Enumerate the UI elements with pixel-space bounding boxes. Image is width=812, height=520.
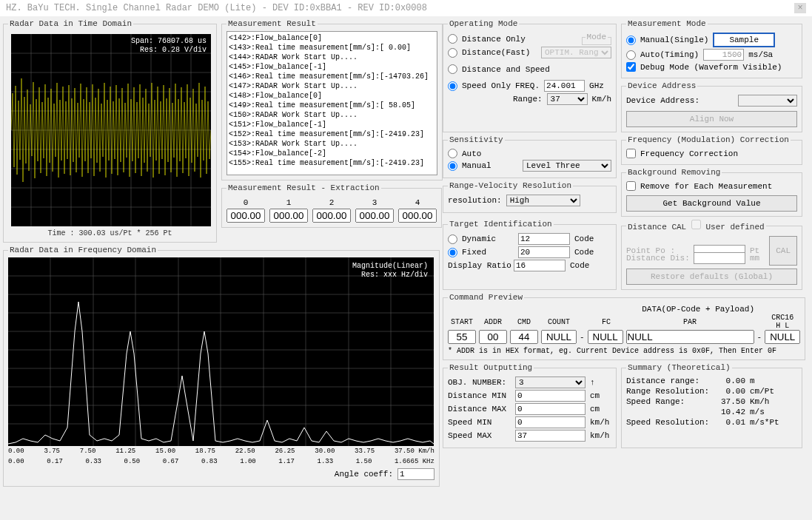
dist-speed-radio[interactable] (448, 64, 457, 74)
dynamic-label: Dynamic (462, 234, 514, 243)
ext-val-3[interactable] (355, 209, 394, 223)
cmd-fc[interactable] (588, 330, 623, 344)
ratio-input[interactable] (514, 260, 566, 271)
resolution-select[interactable]: High (506, 195, 580, 206)
window-title: HZ. BaYu TECH. Single Channel Radar DEMO… (6, 3, 427, 13)
get-bg-button[interactable]: Get Background Value (626, 195, 797, 212)
time-domain-plot: Span: 76807.68 us Res: 0.28 V/div (11, 34, 211, 226)
time-footer: Time : 300.03 us/Pt * 256 Pt (8, 229, 212, 237)
range-select[interactable]: 37 (547, 93, 588, 105)
freq-mag-label: Magnitude(Linear) (352, 262, 428, 270)
bg-rem-title: Background Removing (626, 168, 722, 177)
dist-fast-radio[interactable] (448, 48, 457, 58)
dev-addr-select[interactable] (738, 95, 797, 107)
h-count: COUNT (541, 318, 577, 326)
dmax-input[interactable] (515, 403, 585, 415)
dynamic-input[interactable] (518, 233, 570, 245)
rv-res-title: Range-Velocity Resolution (448, 181, 573, 190)
cmpt-unit: cm/Pt (750, 387, 774, 396)
cmd-cmd[interactable] (510, 330, 538, 344)
dmax-label: Distance MAX (448, 405, 511, 413)
freq-label: FREQ. (515, 81, 540, 90)
kmh-1: km/h (590, 418, 609, 427)
angle-coeff-label: Angle coeff: (335, 470, 393, 479)
obj-num-label: OBJ. NUMBER: (448, 378, 511, 387)
time-span-label: Span: 76807.68 us (131, 37, 207, 45)
extraction-title: Measurement Result - Extraction (227, 183, 381, 192)
angle-coeff-input[interactable] (397, 468, 434, 480)
mspt-unit: m/s*Pt (750, 418, 779, 427)
op-mode-title: Operating Mode (448, 19, 519, 28)
freq-unit: GHz (589, 81, 604, 90)
speed-only-label: Speed Only (462, 81, 511, 90)
rres-val: 0.00 (716, 387, 745, 396)
fixed-label: Fixed (462, 248, 514, 257)
sens-level-select[interactable]: Level Three (523, 160, 611, 172)
kmh-unit: Km/h (750, 397, 769, 406)
srange-label: Speed Range: (626, 397, 711, 406)
cmd-par[interactable] (626, 330, 754, 344)
cmd-crc[interactable] (765, 330, 800, 344)
smax-input[interactable] (515, 430, 585, 442)
bg-rem-checkbox[interactable] (626, 181, 636, 191)
cmd-addr[interactable] (479, 330, 507, 344)
smax-label: Speed MAX (448, 431, 511, 440)
dist-dis-input (694, 252, 745, 264)
up-arrow-icon[interactable]: ↑ (590, 378, 595, 387)
cmd-start[interactable] (448, 330, 476, 344)
code-label-2: Code (574, 248, 594, 257)
ext-hdr-4: 4 (415, 198, 420, 207)
sample-button[interactable]: Sample (713, 33, 775, 47)
time-res-label: Res: 0.28 V/div (140, 46, 207, 54)
restore-button: Restore defaults (Global) (626, 269, 797, 285)
bg-rem-label: Remove for Each Measurement (640, 182, 772, 191)
dynamic-radio[interactable] (448, 234, 457, 244)
freq-corr-checkbox[interactable] (626, 149, 636, 158)
close-button[interactable]: × (794, 3, 806, 13)
srange-val: 37.50 (716, 397, 745, 406)
freq-input[interactable] (544, 80, 585, 92)
cmd-count[interactable] (541, 330, 577, 344)
ms-val: 10.42 (716, 408, 745, 416)
sres-label: Speed Resolution: (626, 418, 711, 427)
code-label-1: Code (574, 234, 594, 243)
debug-checkbox[interactable] (626, 62, 636, 72)
h-fc: FC (588, 318, 624, 326)
ext-val-2[interactable] (312, 209, 351, 223)
ext-val-0[interactable] (227, 209, 265, 223)
sens-auto-radio[interactable] (448, 149, 457, 158)
drange-val: 0.00 (716, 377, 745, 385)
cmd-title: Command Preview (448, 293, 524, 302)
fixed-radio[interactable] (448, 248, 457, 257)
ext-hdr-3: 3 (372, 198, 378, 207)
h-addr: ADDR (479, 318, 507, 326)
m-unit: m (750, 377, 755, 385)
mode-sub-label: Mode (585, 33, 608, 41)
dmin-input[interactable] (515, 390, 585, 402)
cm-2: cm (590, 405, 600, 413)
auto-timing-radio[interactable] (626, 50, 636, 60)
freq-plot-title: Radar Data in Frequency Domain (8, 246, 158, 254)
speed-only-radio[interactable] (448, 81, 457, 91)
cm-1: cm (590, 391, 600, 400)
ext-hdr-2: 2 (329, 198, 335, 207)
mm-unit: mm (750, 254, 759, 263)
manual-label: Manual(Single) (640, 36, 708, 44)
sens-manual-radio[interactable] (448, 161, 457, 171)
ratio-label: Display Ratio (448, 261, 509, 270)
manual-radio[interactable] (626, 36, 636, 45)
ext-val-4[interactable] (398, 209, 437, 223)
smin-input[interactable] (515, 416, 585, 428)
obj-num-select[interactable]: 3 (515, 377, 585, 388)
target-id-title: Target Identification (448, 220, 554, 229)
ext-val-1[interactable] (269, 209, 308, 223)
sres-val: 0.01 (716, 418, 745, 427)
time-plot-title: Radar Data in Time Domain (8, 19, 133, 28)
rres-label: Range Resolution: (626, 387, 711, 396)
meas-mode-title: Measurement Mode (626, 19, 708, 28)
fixed-input[interactable] (518, 246, 570, 258)
resolution-label: resolution: (448, 196, 502, 205)
measurement-log[interactable]: <142>:Flow_balance[0]<143>:Real time mea… (227, 31, 437, 175)
h-cmd: CMD (510, 318, 538, 326)
dist-only-radio[interactable] (448, 34, 457, 44)
